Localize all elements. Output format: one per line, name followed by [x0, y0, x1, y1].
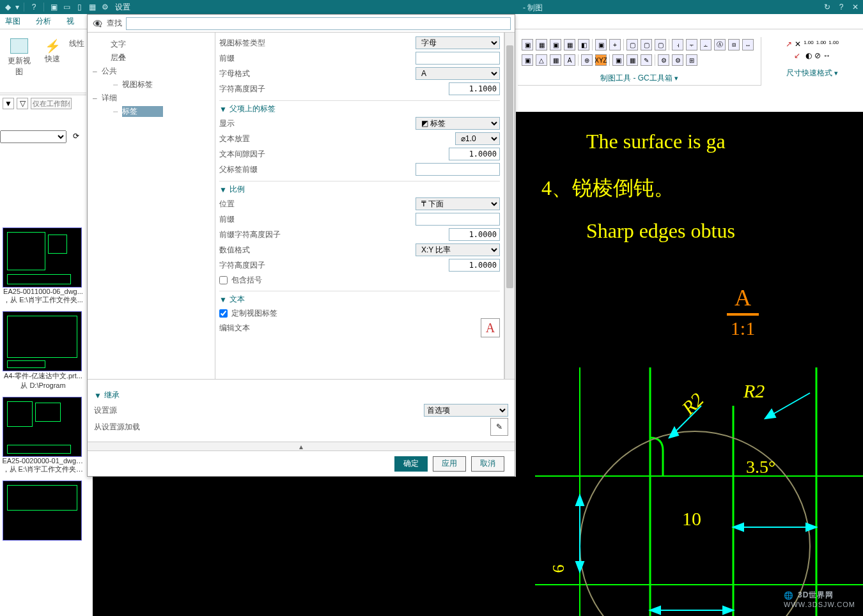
- inherit-source-select[interactable]: 首选项: [424, 404, 508, 417]
- inherit-header[interactable]: ▼继承: [94, 387, 508, 401]
- app-menu-icon[interactable]: ◆: [3, 2, 13, 12]
- layout3-icon[interactable]: ▯: [74, 2, 84, 12]
- filter-input[interactable]: [31, 98, 72, 109]
- thumbnail-item[interactable]: A4-零件-亿速达中文.prt... 从 D:\Program: [3, 311, 84, 390]
- tool-icon[interactable]: ▢: [655, 39, 666, 50]
- find-input[interactable]: [126, 17, 511, 30]
- tool-icon[interactable]: ⊞: [686, 54, 697, 66]
- tool-icon[interactable]: ⚙: [672, 54, 683, 66]
- collapse-bar[interactable]: ▴: [88, 442, 515, 450]
- svg-marker-11: [669, 427, 678, 438]
- tool-icon[interactable]: ▣: [550, 39, 561, 50]
- include-brackets-checkbox[interactable]: [219, 276, 228, 284]
- undo-icon[interactable]: ↻: [822, 2, 832, 12]
- props-scrollbar[interactable]: [504, 33, 515, 379]
- tool-icon[interactable]: ⫞: [672, 39, 683, 50]
- section-text[interactable]: ▼文本: [219, 291, 500, 305]
- position-select[interactable]: ₸ 下面: [416, 197, 500, 210]
- menu-view[interactable]: 视: [66, 16, 74, 27]
- ok-button[interactable]: 确定: [394, 456, 428, 472]
- cancel-button[interactable]: 取消: [471, 456, 504, 472]
- tool-icon[interactable]: A: [564, 54, 575, 66]
- parent-prefix-input[interactable]: [416, 163, 500, 176]
- menu-analyze[interactable]: 分析: [36, 16, 51, 27]
- tool-icon[interactable]: ▣: [522, 39, 533, 50]
- help2-icon[interactable]: ?: [836, 2, 846, 12]
- linear-button[interactable]: 线性: [69, 38, 84, 49]
- svg-marker-19: [723, 606, 733, 614]
- scale-prefix-input[interactable]: [416, 213, 500, 226]
- tool-icon[interactable]: ▦: [564, 39, 575, 50]
- apply-button[interactable]: 应用: [433, 456, 466, 472]
- tool-icon[interactable]: ✕: [795, 40, 801, 49]
- tool-icon[interactable]: Ⓐ: [714, 39, 726, 50]
- tree-node-common[interactable]: –公共: [93, 65, 215, 78]
- tool-icon[interactable]: ↔: [742, 39, 754, 50]
- close-icon[interactable]: ✕: [850, 2, 860, 12]
- tool-icon[interactable]: ⫠: [700, 39, 711, 50]
- tool-icon[interactable]: +: [609, 39, 621, 50]
- tool-icon[interactable]: ◧: [578, 39, 589, 50]
- left-combo-select[interactable]: [0, 130, 66, 143]
- tool-icon[interactable]: XYZ: [595, 54, 607, 66]
- tool-icon[interactable]: 1.00: [828, 40, 839, 49]
- display-select[interactable]: ◩ 标签: [416, 117, 500, 130]
- edit-text-button[interactable]: A: [481, 318, 500, 337]
- tool-icon[interactable]: ⫟: [686, 39, 697, 50]
- tool-icon[interactable]: 1.00: [804, 40, 814, 49]
- layout1-icon[interactable]: ▣: [49, 2, 59, 12]
- tool-icon[interactable]: ▦: [626, 54, 638, 66]
- num-format-select[interactable]: X:Y 比率: [416, 243, 500, 256]
- tree-node-layer[interactable]: 层叠: [93, 51, 215, 65]
- view-label-type-select[interactable]: 字母: [416, 36, 500, 49]
- custom-view-label-checkbox[interactable]: [219, 309, 228, 318]
- drawing-canvas[interactable]: The surface is ga 4、锐棱倒钝。 Sharp edges ob…: [516, 112, 863, 616]
- combo-gear-icon[interactable]: ⟳: [73, 132, 79, 141]
- tool-icon[interactable]: ⚙: [658, 54, 669, 66]
- section-parent-label[interactable]: ▼父项上的标签: [219, 100, 500, 114]
- tool-icon[interactable]: ⊘: [814, 51, 821, 60]
- quick-button[interactable]: ⚡ 快速: [41, 38, 64, 65]
- section-scale[interactable]: ▼比例: [219, 181, 500, 195]
- thumbnail-item[interactable]: EA25-0011000-06_dwg... ，从 E:\肖宇工作文件夹...: [3, 227, 84, 305]
- text-place-select[interactable]: ⌀1.0: [455, 132, 500, 145]
- tree-node-detail[interactable]: –详细: [93, 91, 215, 105]
- tool-icon[interactable]: ▦: [536, 39, 547, 50]
- char-height2-input[interactable]: [449, 259, 500, 272]
- tree-node-label[interactable]: ┈标签: [93, 105, 215, 118]
- tree-node-text[interactable]: 文字: [93, 38, 215, 51]
- thumbnail-item[interactable]: [3, 481, 84, 541]
- char-height-input[interactable]: [449, 82, 500, 95]
- text-gap-input[interactable]: [449, 148, 500, 160]
- update-view-button[interactable]: 更新视图: [5, 38, 33, 77]
- tool-icon[interactable]: ↔: [823, 51, 831, 60]
- filter2-icon[interactable]: ▽: [17, 98, 28, 109]
- tool-icon[interactable]: ▢: [626, 39, 638, 50]
- tool-icon[interactable]: ◐: [805, 51, 812, 60]
- tool-icon[interactable]: ⧈: [728, 39, 740, 50]
- help-icon[interactable]: ?: [29, 2, 39, 12]
- tool-icon[interactable]: 1.00: [816, 40, 827, 49]
- binoculars-icon: 👁‍🗨: [91, 18, 103, 29]
- tool-icon[interactable]: ↙: [794, 51, 800, 60]
- gear-icon[interactable]: ⚙: [100, 2, 110, 12]
- eyedropper-button[interactable]: ✎: [490, 418, 508, 436]
- filter-icon[interactable]: ▼: [3, 98, 14, 109]
- tool-icon[interactable]: ▣: [595, 39, 607, 50]
- tool-icon[interactable]: ↗: [786, 40, 792, 49]
- prefix-input[interactable]: [416, 52, 500, 65]
- thumbnail-item[interactable]: EA25-0020000-01_dwg1... ，从 E:\肖宇工作文件夹\链.…: [3, 397, 84, 474]
- tool-icon[interactable]: ▦: [550, 54, 561, 66]
- menu-sketch[interactable]: 草图: [5, 16, 20, 27]
- tool-icon[interactable]: △: [536, 54, 547, 66]
- letter-format-select[interactable]: A: [416, 67, 500, 80]
- tree-node-viewlabel[interactable]: ┈视图标签: [93, 78, 215, 91]
- tool-icon[interactable]: ▢: [641, 39, 652, 50]
- tool-icon[interactable]: ✎: [641, 54, 652, 66]
- window-icon[interactable]: ▦: [87, 2, 97, 12]
- tool-icon[interactable]: ▣: [612, 54, 624, 66]
- layout2-icon[interactable]: ▭: [61, 2, 72, 12]
- prefix-char-height-input[interactable]: [449, 228, 500, 241]
- tool-icon[interactable]: ▣: [522, 54, 533, 66]
- tool-icon[interactable]: ⊕: [581, 54, 593, 66]
